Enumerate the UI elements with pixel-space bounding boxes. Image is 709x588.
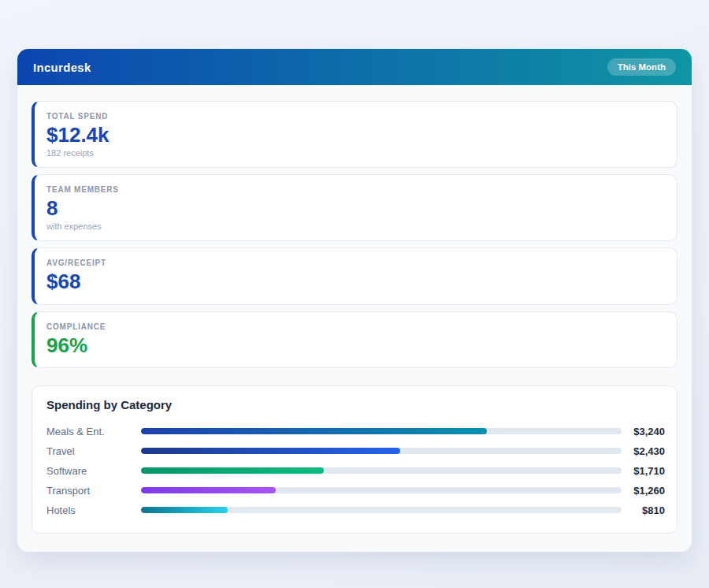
category-label: Transport — [46, 485, 141, 497]
app-header: Incurdesk This Month — [17, 49, 692, 85]
stat-card: COMPLIANCE 96% — [32, 311, 677, 368]
category-amount: $2,430 — [622, 445, 665, 457]
stat-subtext: 182 receipts — [46, 148, 664, 158]
category-label: Travel — [46, 445, 141, 457]
category-label: Meals & Ent. — [46, 426, 141, 437]
bar-fill — [141, 448, 400, 454]
stat-label: TOTAL SPEND — [46, 112, 664, 121]
category-label: Software — [46, 465, 141, 477]
period-badge[interactable]: This Month — [607, 58, 676, 76]
category-amount: $1,260 — [622, 485, 665, 497]
bar-fill — [141, 487, 276, 493]
stat-value: 96% — [46, 333, 664, 358]
stat-card: TEAM MEMBERS 8 with expenses — [32, 174, 677, 241]
app-title: Incurdesk — [33, 61, 91, 74]
category-row: Software $1,710 — [46, 461, 665, 481]
bar-fill — [141, 507, 228, 513]
stat-label: AVG/RECEIPT — [46, 259, 664, 267]
category-amount: $3,240 — [622, 426, 665, 437]
bar-track — [141, 507, 622, 513]
bar-fill — [141, 467, 324, 474]
stat-value: $12.4k — [46, 123, 664, 147]
category-row: Hotels $810 — [46, 501, 665, 520]
stat-subtext: with expenses — [46, 221, 664, 231]
bar-fill — [141, 428, 487, 434]
stat-label: COMPLIANCE — [46, 322, 664, 331]
stat-card: AVG/RECEIPT $68 — [32, 247, 677, 304]
bar-track — [141, 487, 622, 493]
category-row: Travel $2,430 — [46, 441, 665, 461]
category-label: Hotels — [46, 504, 141, 516]
bar-track — [141, 428, 622, 434]
stat-label: TEAM MEMBERS — [46, 185, 664, 194]
stat-value: $68 — [46, 270, 664, 294]
bar-track — [141, 467, 622, 474]
category-row: Transport $1,260 — [46, 481, 665, 501]
spending-chart-card: Spending by Category Meals & Ent. $3,240… — [32, 385, 677, 534]
category-row: Meals & Ent. $3,240 — [46, 422, 665, 441]
bar-track — [141, 448, 622, 454]
stat-value: 8 — [46, 196, 664, 221]
stat-card: TOTAL SPEND $12.4k 182 receipts — [32, 101, 677, 168]
dashboard-body: TOTAL SPEND $12.4k 182 receipts TEAM MEM… — [17, 85, 692, 552]
category-rows: Meals & Ent. $3,240 Travel $2,430 Softwa… — [46, 422, 665, 520]
stats-list: TOTAL SPEND $12.4k 182 receipts TEAM MEM… — [32, 101, 677, 368]
category-amount: $1,710 — [622, 465, 665, 477]
chart-title: Spending by Category — [46, 398, 665, 411]
dashboard-card: Incurdesk This Month TOTAL SPEND $12.4k … — [17, 49, 692, 552]
category-amount: $810 — [622, 504, 665, 516]
